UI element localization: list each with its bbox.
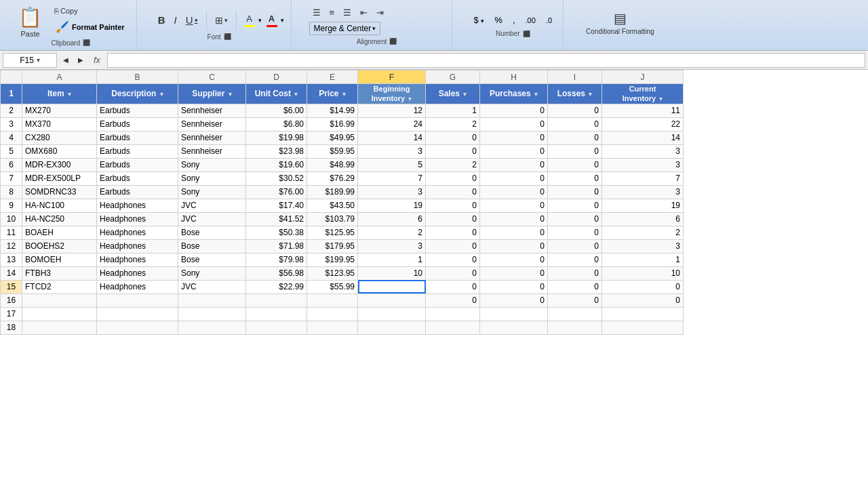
cell-12-5[interactable]: 3 xyxy=(358,239,426,253)
cell-12-3[interactable]: $71.98 xyxy=(246,239,307,253)
cell-3-5[interactable]: 24 xyxy=(358,117,426,131)
alignment-expand-icon[interactable]: ⬛ xyxy=(389,38,397,45)
cell-6-6[interactable]: 2 xyxy=(426,158,480,171)
cell-14-9[interactable]: 10 xyxy=(602,266,684,280)
cell-17-8[interactable] xyxy=(548,307,602,321)
cell-3-3[interactable]: $6.80 xyxy=(246,117,307,131)
cell-12-1[interactable]: Headphones xyxy=(97,239,178,253)
cell-8-4[interactable]: $189.99 xyxy=(307,185,358,199)
cell-13-7[interactable]: 0 xyxy=(480,253,548,266)
cell-3-2[interactable]: Sennheiser xyxy=(178,117,246,131)
cell-8-6[interactable]: 0 xyxy=(426,185,480,199)
cell-5-6[interactable]: 0 xyxy=(426,144,480,158)
cell-17-7[interactable] xyxy=(480,307,548,321)
cell-2-7[interactable]: 0 xyxy=(480,104,548,117)
cell-4-3[interactable]: $19.98 xyxy=(246,131,307,144)
cell-17-1[interactable] xyxy=(97,307,178,321)
highlight-dropdown-icon[interactable]: ▾ xyxy=(258,17,262,24)
col-header-D[interactable]: D xyxy=(246,70,307,84)
cell-15-1[interactable]: Headphones xyxy=(97,280,178,293)
cell-13-4[interactable]: $199.95 xyxy=(307,253,358,266)
cell-4-6[interactable]: 0 xyxy=(426,131,480,144)
increase-decimal-button[interactable]: .00 xyxy=(521,14,540,26)
cell-16-2[interactable] xyxy=(178,293,246,307)
cell-12-6[interactable]: 0 xyxy=(426,239,480,253)
col-header-G[interactable]: G xyxy=(426,70,480,84)
cell-13-1[interactable]: Headphones xyxy=(97,253,178,266)
cell-5-0[interactable]: OMX680 xyxy=(22,144,97,158)
bold-button[interactable]: B xyxy=(155,12,169,28)
name-box[interactable]: F15 ▾ xyxy=(3,53,57,68)
cell-3-7[interactable]: 0 xyxy=(480,117,548,131)
cell-6-3[interactable]: $19.60 xyxy=(246,158,307,171)
cell-9-4[interactable]: $43.50 xyxy=(307,199,358,212)
col-header-B[interactable]: B xyxy=(97,70,178,84)
cell-10-1[interactable]: Headphones xyxy=(97,212,178,226)
number-expand-icon[interactable]: ⬛ xyxy=(523,30,530,37)
cell-17-0[interactable] xyxy=(22,307,97,321)
cell-2-3[interactable]: $6.00 xyxy=(246,104,307,117)
formula-bar-left-arrow[interactable]: ◀ xyxy=(60,54,72,66)
cell-6-1[interactable]: Earbuds xyxy=(97,158,178,171)
cell-2-5[interactable]: 12 xyxy=(358,104,426,117)
cell-15-4[interactable]: $55.99 xyxy=(307,280,358,293)
cell-4-8[interactable]: 0 xyxy=(548,131,602,144)
comma-button[interactable]: , xyxy=(509,13,519,27)
cell-10-7[interactable]: 0 xyxy=(480,212,548,226)
cell-14-0[interactable]: FTBH3 xyxy=(22,266,97,280)
cell-5-9[interactable]: 3 xyxy=(602,144,684,158)
cell-11-4[interactable]: $125.95 xyxy=(307,226,358,239)
border-button[interactable]: ⊞ ▾ xyxy=(212,13,231,28)
cell-2-9[interactable]: 11 xyxy=(602,104,684,117)
cell-3-9[interactable]: 22 xyxy=(602,117,684,131)
cell-9-9[interactable]: 19 xyxy=(602,199,684,212)
col-header-F[interactable]: F xyxy=(358,70,426,84)
cell-8-9[interactable]: 3 xyxy=(602,185,684,199)
cell-14-2[interactable]: Sony xyxy=(178,266,246,280)
cell-10-6[interactable]: 0 xyxy=(426,212,480,226)
cell-3-6[interactable]: 2 xyxy=(426,117,480,131)
font-color-button[interactable]: A xyxy=(264,12,280,28)
cell-7-4[interactable]: $76.29 xyxy=(307,171,358,185)
font-expand-icon[interactable]: ⬛ xyxy=(224,33,231,40)
col-header-J[interactable]: J xyxy=(602,70,684,84)
cell-9-5[interactable]: 19 xyxy=(358,199,426,212)
cell-16-1[interactable] xyxy=(97,293,178,307)
cell-2-6[interactable]: 1 xyxy=(426,104,480,117)
col-header-A[interactable]: A xyxy=(22,70,97,84)
cell-10-8[interactable]: 0 xyxy=(548,212,602,226)
cell-7-6[interactable]: 0 xyxy=(426,171,480,185)
cell-15-9[interactable]: 0 xyxy=(602,280,684,293)
cell-18-7[interactable] xyxy=(480,321,548,334)
cell-11-3[interactable]: $50.38 xyxy=(246,226,307,239)
cell-4-4[interactable]: $49.95 xyxy=(307,131,358,144)
cell-6-2[interactable]: Sony xyxy=(178,158,246,171)
align-center-button[interactable]: ≡ xyxy=(326,5,338,20)
spreadsheet-container[interactable]: A B C D E F G H I J 1 Item ▾ Description… xyxy=(0,70,868,488)
cell-5-4[interactable]: $59.95 xyxy=(307,144,358,158)
underline-dropdown-icon[interactable]: ▾ xyxy=(195,17,198,24)
cell-16-4[interactable] xyxy=(307,293,358,307)
cell-18-8[interactable] xyxy=(548,321,602,334)
cell-16-7[interactable]: 0 xyxy=(480,293,548,307)
cell-15-0[interactable]: FTCD2 xyxy=(22,280,97,293)
cell-12-9[interactable]: 3 xyxy=(602,239,684,253)
cell-15-5[interactable] xyxy=(358,280,426,293)
cell-11-5[interactable]: 2 xyxy=(358,226,426,239)
cell-16-0[interactable] xyxy=(22,293,97,307)
cell-18-1[interactable] xyxy=(97,321,178,334)
cell-15-2[interactable]: JVC xyxy=(178,280,246,293)
paste-button[interactable]: 📋 Paste xyxy=(12,4,48,37)
cell-17-2[interactable] xyxy=(178,307,246,321)
cell-7-5[interactable]: 7 xyxy=(358,171,426,185)
cell-6-0[interactable]: MDR-EX300 xyxy=(22,158,97,171)
cell-10-2[interactable]: JVC xyxy=(178,212,246,226)
cell-15-7[interactable]: 0 xyxy=(480,280,548,293)
cell-4-5[interactable]: 14 xyxy=(358,131,426,144)
cell-16-6[interactable]: 0 xyxy=(426,293,480,307)
cell-9-3[interactable]: $17.40 xyxy=(246,199,307,212)
cell-3-0[interactable]: MX370 xyxy=(22,117,97,131)
cell-14-5[interactable]: 10 xyxy=(358,266,426,280)
cell-13-2[interactable]: Bose xyxy=(178,253,246,266)
indent-increase-button[interactable]: ⇥ xyxy=(373,5,387,20)
